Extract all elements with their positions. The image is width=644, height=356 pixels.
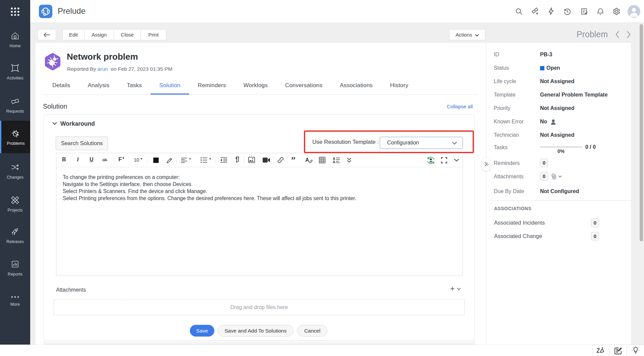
svg-text:A: A xyxy=(305,157,309,163)
svg-text:A: A xyxy=(333,160,335,163)
